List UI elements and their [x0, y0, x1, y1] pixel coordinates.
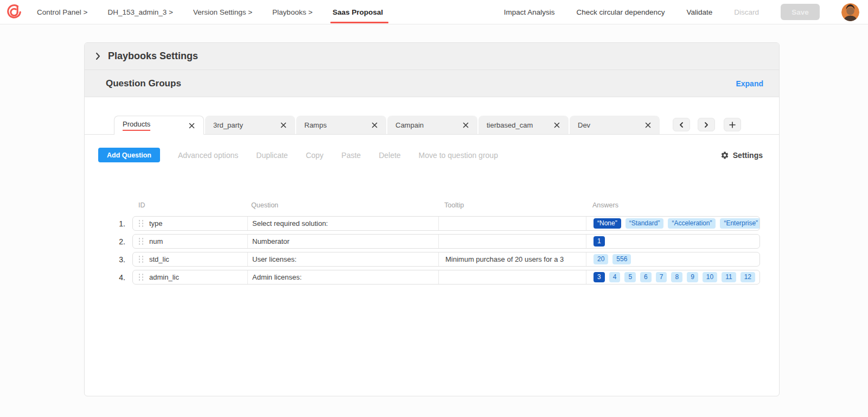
breadcrumb: Control Panel >DH_153_admin_3 >Version S…	[37, 8, 383, 16]
cell-tooltip[interactable]	[438, 217, 586, 230]
user-avatar[interactable]	[841, 3, 859, 21]
answer-chip[interactable]: “Acceleration”	[668, 218, 716, 229]
breadcrumb-item-3[interactable]: Version Settings >	[193, 8, 252, 16]
cell-question[interactable]: Select required solution:	[247, 217, 438, 230]
toolbar-action-disabled[interactable]: Copy	[306, 151, 324, 160]
drag-handle-icon[interactable]	[133, 256, 149, 263]
answer-chip[interactable]: “Enterprise”	[720, 218, 760, 229]
next-tab-button[interactable]	[698, 118, 715, 131]
answer-chip[interactable]: 10	[703, 272, 717, 282]
toolbar-action-disabled[interactable]: Paste	[341, 151, 361, 160]
question-text: Numberator	[252, 237, 290, 245]
tab-bar: Products3rd_partyRampsCampaintierbased_c…	[85, 116, 779, 135]
topbar-actions: Impact AnalysisCheck circular dependency…	[504, 8, 759, 16]
answer-chip[interactable]: 12	[741, 272, 755, 282]
tab-label: tierbased_cam	[487, 121, 533, 129]
tab-Dev[interactable]: Dev	[570, 116, 660, 134]
header-id: ID	[132, 201, 247, 209]
playbooks-settings-header[interactable]: Playbooks Settings	[85, 43, 779, 70]
breadcrumb-item-5[interactable]: Saas Proposal	[333, 8, 383, 16]
topbar-action[interactable]: Check circular dependency	[577, 8, 665, 16]
table-row[interactable]: 2.numNumberator1	[85, 234, 779, 249]
cell-tooltip[interactable]	[438, 235, 586, 248]
tab-3rd_party[interactable]: 3rd_party	[205, 116, 295, 134]
chevron-right-icon[interactable]	[95, 52, 100, 60]
question-text: Select required solution:	[252, 219, 328, 228]
tab-Products[interactable]: Products	[114, 116, 204, 135]
app-logo-icon[interactable]	[5, 3, 23, 21]
cell-id[interactable]: type	[133, 217, 247, 230]
row-box: admin_licAdmin licenses:3456789101112151…	[132, 270, 760, 285]
tab-close-button[interactable]	[279, 121, 288, 130]
tab-Ramps[interactable]: Ramps	[296, 116, 386, 134]
cell-answers[interactable]: 20556	[586, 252, 760, 266]
breadcrumb-item-2[interactable]: DH_153_admin_3 >	[107, 8, 173, 16]
table-row[interactable]: 1.typeSelect required solution:“None”“St…	[85, 216, 779, 231]
question-id: num	[149, 237, 163, 245]
cell-answers[interactable]: “None”“Standard”“Acceleration”“Enterpris…	[586, 217, 760, 230]
row-box: typeSelect required solution:“None”“Stan…	[132, 216, 760, 231]
toolbar-action-disabled[interactable]: Advanced options	[178, 151, 238, 160]
toolbar-action-disabled[interactable]: Delete	[379, 151, 400, 160]
drag-handle-icon[interactable]	[133, 238, 149, 245]
playbooks-settings-title: Playbooks Settings	[108, 50, 198, 62]
answer-chip[interactable]: 556	[612, 254, 631, 264]
toolbar-action-disabled[interactable]: Move to question group	[419, 151, 498, 160]
tab-close-button[interactable]	[643, 121, 653, 130]
tab-close-button[interactable]	[370, 121, 379, 130]
toolbar: Add Question Advanced optionsDuplicateCo…	[85, 148, 779, 162]
cell-answers[interactable]: 1	[586, 235, 760, 248]
answer-chip[interactable]: “Standard”	[626, 218, 664, 229]
answer-chip[interactable]: 1	[593, 236, 605, 247]
drag-handle-icon[interactable]	[133, 220, 149, 227]
tab-label: Products	[123, 120, 150, 131]
cell-id[interactable]: num	[133, 235, 247, 248]
answer-chip[interactable]: 7	[656, 272, 667, 282]
cell-tooltip[interactable]: Minimum purchase of 20 users for a 3	[438, 252, 586, 266]
breadcrumb-item-4[interactable]: Playbooks >	[272, 8, 312, 16]
topbar-action[interactable]: Discard	[734, 8, 759, 16]
close-icon	[189, 123, 195, 129]
answer-chip[interactable]: 11	[722, 272, 736, 282]
answer-chip[interactable]: “None”	[593, 218, 621, 229]
topbar-action[interactable]: Impact Analysis	[504, 8, 555, 16]
add-tab-button[interactable]	[724, 118, 741, 131]
expand-link[interactable]: Expand	[736, 79, 763, 88]
tab-close-button[interactable]	[552, 121, 561, 130]
answer-chip[interactable]: 20	[593, 254, 608, 264]
tab-close-button[interactable]	[461, 121, 470, 130]
topbar-action[interactable]: Validate	[686, 8, 712, 16]
answer-chip[interactable]: 4	[609, 272, 621, 282]
cell-question[interactable]: User licenses:	[247, 252, 438, 266]
settings-button[interactable]: Settings	[720, 151, 763, 160]
tab-close-button[interactable]	[187, 121, 196, 130]
gear-icon	[720, 151, 729, 160]
table-row[interactable]: 3.std_licUser licenses:Minimum purchase …	[85, 252, 779, 267]
cell-answers[interactable]: 34567891011121518...	[586, 270, 760, 284]
close-icon	[463, 122, 469, 128]
table-row[interactable]: 4.admin_licAdmin licenses:34567891011121…	[85, 270, 779, 285]
cell-id[interactable]: admin_lic	[133, 270, 247, 284]
answer-chip[interactable]: 9	[687, 272, 698, 282]
cell-id[interactable]: std_lic	[133, 252, 247, 266]
toolbar-action-disabled[interactable]: Duplicate	[256, 151, 288, 160]
prev-tab-button[interactable]	[673, 118, 690, 131]
row-number: 3.	[85, 255, 132, 264]
cell-tooltip[interactable]	[438, 270, 586, 284]
tab-label: Dev	[578, 121, 590, 129]
answer-chip[interactable]: 3	[593, 272, 605, 282]
table-rows: 1.typeSelect required solution:“None”“St…	[85, 216, 779, 285]
answer-chip[interactable]: 8	[671, 272, 682, 282]
save-button[interactable]: Save	[781, 4, 820, 20]
close-icon	[645, 122, 651, 128]
answer-chip[interactable]: 6	[640, 272, 652, 282]
cell-question[interactable]: Numberator	[247, 235, 438, 248]
add-question-button[interactable]: Add Question	[98, 148, 160, 162]
cell-question[interactable]: Admin licenses:	[247, 270, 438, 284]
tab-nav	[673, 118, 741, 131]
tab-Campain[interactable]: Campain	[387, 116, 477, 134]
drag-handle-icon[interactable]	[133, 274, 149, 281]
answer-chip[interactable]: 5	[624, 272, 636, 282]
breadcrumb-item-1[interactable]: Control Panel >	[37, 8, 87, 16]
tab-tierbased_cam[interactable]: tierbased_cam	[478, 116, 569, 134]
